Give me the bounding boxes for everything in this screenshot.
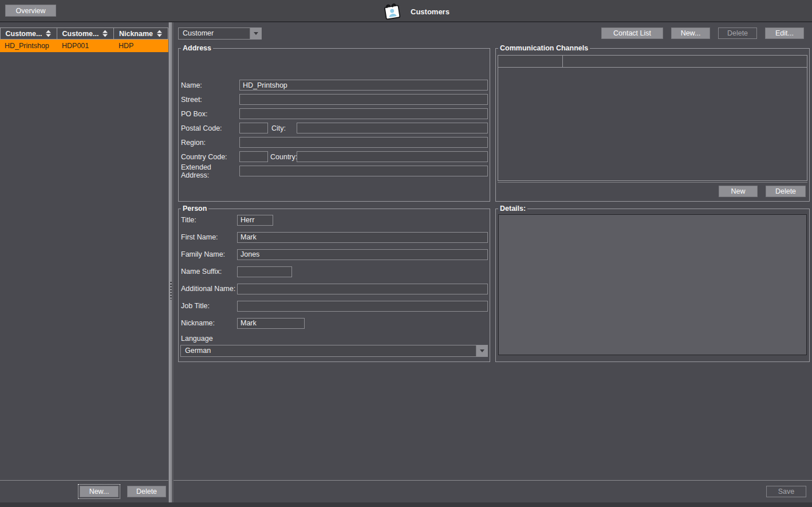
extended-address-label: Extended Address: [180, 163, 239, 179]
cell-nickname: HDP [114, 40, 168, 52]
page-title: Customers [411, 7, 450, 16]
first-name-field[interactable] [237, 232, 488, 243]
content: Custome... Custome... Nickname HD_Prints… [0, 22, 812, 502]
cell-customer-name: HD_Printshop [0, 40, 57, 52]
detail-toolbar: Customer Contact List New... Delete Edit… [178, 27, 810, 40]
title-area: Customers [383, 2, 450, 21]
first-name-label: First Name: [180, 233, 237, 241]
table-empty-space [0, 52, 168, 480]
save-button[interactable]: Save [766, 486, 806, 497]
entity-type-select[interactable]: Customer [178, 27, 262, 40]
country-code-field[interactable] [239, 151, 268, 162]
customer-list-panel: Custome... Custome... Nickname HD_Prints… [0, 22, 168, 502]
person-group-title: Person [181, 205, 208, 213]
new-channel-button[interactable]: New [719, 186, 758, 197]
column-label: Custome... [6, 30, 42, 38]
sort-icon[interactable] [156, 30, 163, 37]
additional-name-field[interactable] [237, 284, 488, 294]
city-label: City: [271, 124, 297, 132]
po-box-label: PO Box: [180, 110, 239, 118]
new-customer-button[interactable]: New... [80, 486, 119, 497]
person-group: Person Title: First Name: Family Name: [178, 205, 490, 362]
app-window: Overview Customers [0, 0, 812, 507]
communication-channels-title: Communication Channels [498, 44, 590, 52]
column-label: Custome... [62, 30, 99, 38]
customer-detail-panel: Customer Contact List New... Delete Edit… [174, 22, 812, 502]
form-groups: Address Name: Street: PO Box: Postal [178, 44, 810, 362]
new-button[interactable]: New... [671, 27, 710, 39]
po-box-field[interactable] [239, 108, 488, 119]
job-title-label: Job Title: [180, 302, 237, 310]
contact-list-button[interactable]: Contact List [601, 27, 663, 39]
sort-icon[interactable] [45, 30, 52, 37]
country-label: Country: [270, 153, 297, 161]
language-value: German [181, 345, 476, 356]
delete-channel-button[interactable]: Delete [766, 186, 806, 197]
panel-splitter[interactable] [168, 22, 174, 502]
details-group: Details: [495, 205, 810, 362]
communication-channels-table-body[interactable] [498, 68, 807, 180]
job-title-field[interactable] [237, 301, 488, 312]
divider [498, 182, 807, 183]
street-field[interactable] [239, 94, 488, 105]
name-field[interactable] [239, 80, 488, 91]
details-group-title: Details: [498, 205, 527, 213]
title-field[interactable] [237, 215, 273, 226]
communication-channels-group: Communication Channels New Delete [495, 44, 810, 202]
edit-button[interactable]: Edit... [765, 27, 804, 39]
customer-list-footer: New... Delete [0, 480, 168, 502]
extended-address-field[interactable] [239, 166, 488, 176]
column-header-customer-id[interactable]: Custome... [57, 28, 114, 40]
channel-type-column-header[interactable] [498, 56, 563, 67]
postal-code-field[interactable] [239, 123, 268, 133]
communication-channels-table-header [498, 56, 807, 68]
splitter-grip-icon [170, 281, 172, 300]
address-group-title: Address [181, 44, 213, 52]
delete-customer-button[interactable]: Delete [127, 486, 166, 497]
window-bottom-edge [0, 502, 812, 507]
family-name-label: Family Name: [180, 250, 237, 258]
delete-button[interactable]: Delete [718, 27, 757, 39]
communication-channels-footer: New Delete [498, 186, 807, 197]
region-field[interactable] [239, 137, 488, 148]
country-field[interactable] [297, 151, 488, 162]
name-label: Name: [180, 81, 239, 89]
chevron-down-icon[interactable] [250, 28, 261, 39]
column-label: Nickname [119, 30, 153, 38]
column-header-customer-name[interactable]: Custome... [0, 28, 57, 40]
street-label: Street: [180, 96, 239, 104]
table-row-selected[interactable]: HD_Printshop HDP001 HDP [0, 40, 168, 52]
toolbar-buttons: Contact List New... Delete Edit... [601, 27, 810, 40]
entity-type-value: Customer [179, 28, 250, 39]
column-header-nickname[interactable]: Nickname [114, 28, 168, 40]
nickname-label: Nickname: [180, 319, 237, 327]
communication-channels-table[interactable] [498, 55, 807, 181]
channel-value-column-header[interactable] [563, 56, 807, 67]
family-name-field[interactable] [237, 249, 488, 260]
title-label: Title: [180, 216, 237, 224]
additional-name-label: Additional Name: [180, 285, 237, 293]
language-label: Language [181, 335, 488, 343]
name-suffix-label: Name Suffix: [180, 268, 237, 276]
top-bar: Overview Customers [0, 0, 812, 22]
name-suffix-field[interactable] [237, 266, 292, 277]
customers-icon [383, 2, 402, 21]
country-code-label: Country Code: [180, 153, 239, 161]
postal-code-label: Postal Code: [180, 124, 239, 132]
sort-icon[interactable] [102, 30, 108, 37]
cell-customer-id: HDP001 [57, 40, 114, 52]
region-label: Region: [180, 139, 239, 147]
nickname-field[interactable] [237, 318, 305, 329]
overview-button[interactable]: Overview [5, 5, 56, 17]
detail-footer: Save [174, 480, 812, 502]
chevron-down-icon[interactable] [476, 345, 487, 356]
customer-table-header: Custome... Custome... Nickname [0, 27, 168, 40]
language-select[interactable]: German [180, 345, 488, 357]
address-group: Address Name: Street: PO Box: Postal [178, 44, 490, 202]
details-textarea[interactable] [498, 214, 807, 355]
city-field[interactable] [297, 123, 488, 133]
